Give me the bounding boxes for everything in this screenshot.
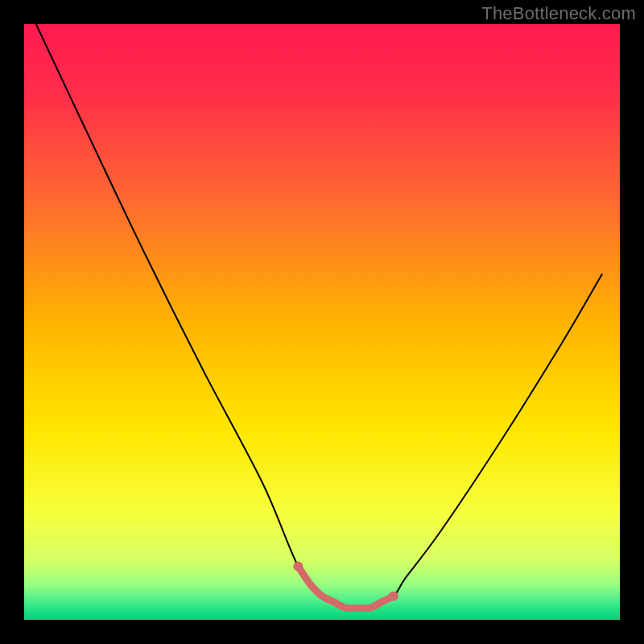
plot-background (24, 24, 620, 620)
bottleneck-chart (0, 0, 644, 644)
chart-container: TheBottleneck.com (0, 0, 644, 644)
watermark-label: TheBottleneck.com (481, 3, 636, 24)
highlight-dot (293, 561, 303, 571)
highlight-dot (389, 591, 398, 601)
